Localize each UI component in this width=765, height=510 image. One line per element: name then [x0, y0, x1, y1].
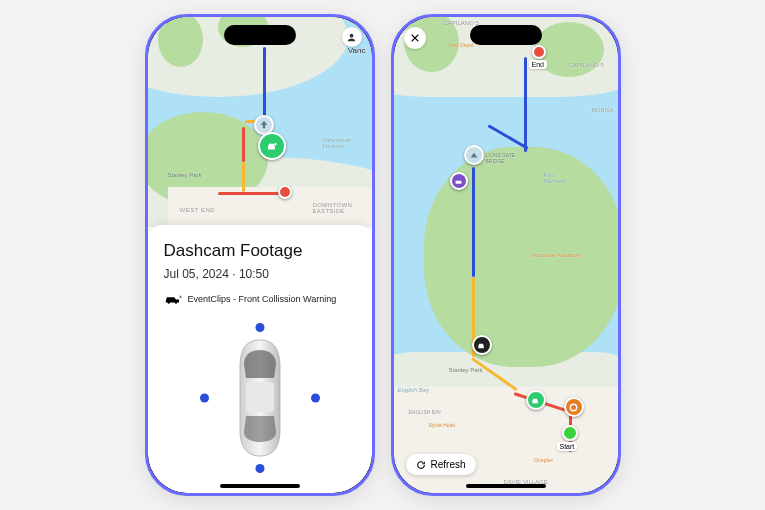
camera-dot-right[interactable]: [311, 394, 320, 403]
event-label: EventClips - Front Collission Warning: [188, 294, 337, 304]
svg-point-3: [174, 301, 176, 303]
map-label: LIONS GATE BRIDGE: [486, 152, 516, 164]
start-pin[interactable]: [562, 425, 578, 441]
event-clip-row[interactable]: EventClips - Front Collission Warning: [164, 293, 356, 305]
sheet-title: Dashcam Footage: [164, 241, 356, 261]
svg-rect-5: [456, 180, 462, 183]
refresh-button[interactable]: Refresh: [406, 454, 476, 475]
notch: [470, 25, 542, 45]
phone-left: No Vanc Stanley Park WEST END DOWNTOWN E…: [145, 14, 375, 496]
person-icon: [346, 32, 357, 43]
close-button[interactable]: [404, 27, 426, 49]
phone-right: End Start CAPILANO 5 CAPILANO 5 NORGA Fi: [391, 14, 621, 496]
refresh-icon: [416, 460, 426, 470]
map-label: Park Depot: [449, 42, 474, 48]
svg-rect-4: [246, 382, 274, 412]
camera-dot-left[interactable]: [200, 394, 209, 403]
profile-button[interactable]: [342, 27, 362, 47]
dashcam-sheet: Dashcam Footage Jul 05, 2024 · 10:50 Eve…: [148, 225, 372, 493]
end-pin[interactable]: [532, 45, 546, 59]
svg-point-1: [350, 33, 354, 37]
map-label: Vancouver Harbour: [323, 137, 351, 149]
map-label: WEST END: [180, 207, 216, 213]
notch: [224, 25, 296, 45]
map-label: First Narrows: [544, 172, 566, 184]
svg-point-0: [274, 143, 276, 145]
car-camera-diagram: [164, 323, 356, 473]
map-label: Stanley Park: [168, 172, 202, 178]
route-waypoint-pin[interactable]: [472, 335, 492, 355]
car-top-icon: [230, 338, 290, 458]
end-label: End: [529, 60, 547, 69]
close-icon: [410, 33, 420, 43]
map-label: Sylvia Hotel: [429, 422, 455, 428]
route-waypoint-pin[interactable]: [450, 172, 468, 190]
map-label: ENGLISH BAY: [409, 409, 442, 415]
event-marker-pin[interactable]: [526, 390, 546, 410]
end-pin[interactable]: [278, 185, 292, 199]
map-label: DOWNTOWN EASTSIDE: [313, 202, 353, 214]
map-label: CAPILANO 5: [444, 20, 479, 26]
screen-left: No Vanc Stanley Park WEST END DOWNTOWN E…: [148, 17, 372, 493]
map-label: Stanley Park: [449, 367, 483, 373]
map-label: Vancouver Aquarium: [531, 252, 582, 258]
home-indicator[interactable]: [220, 484, 300, 488]
map-label: Cineplex: [534, 457, 553, 463]
camera-dot-front[interactable]: [255, 323, 264, 332]
sheet-date: Jul 05, 2024 · 10:50: [164, 267, 356, 281]
home-indicator[interactable]: [466, 484, 546, 488]
map-label: NORGA: [591, 107, 613, 113]
svg-point-6: [570, 404, 576, 410]
map-label: CAPILANO 5: [569, 62, 604, 68]
map-full-trip[interactable]: End Start CAPILANO 5 CAPILANO 5 NORGA Fi: [394, 17, 618, 493]
start-label: Start: [557, 442, 578, 451]
route-waypoint-pin[interactable]: [564, 397, 584, 417]
map-trip-overview[interactable]: No Vanc Stanley Park WEST END DOWNTOWN E…: [148, 17, 372, 227]
camera-dot-rear[interactable]: [255, 464, 264, 473]
route-waypoint-lions-gate[interactable]: [464, 145, 484, 165]
svg-point-2: [167, 301, 169, 303]
screen-right: End Start CAPILANO 5 CAPILANO 5 NORGA Fi: [394, 17, 618, 493]
refresh-label: Refresh: [431, 459, 466, 470]
event-marker-pin[interactable]: [258, 132, 286, 160]
map-label: English Bay: [398, 387, 430, 393]
collision-icon: [164, 293, 182, 305]
